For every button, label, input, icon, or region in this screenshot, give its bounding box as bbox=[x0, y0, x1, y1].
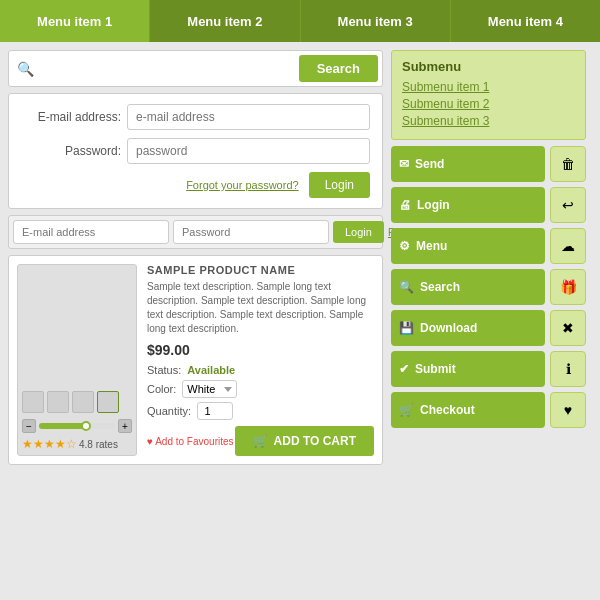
gear-icon: ⚙ bbox=[399, 239, 410, 253]
forgot-password-link[interactable]: Forgot your password? bbox=[186, 179, 299, 191]
thumb-2[interactable] bbox=[47, 391, 69, 413]
left-panel: 🔍 Search E-mail address: Password: Forgo… bbox=[8, 50, 383, 465]
email-row: E-mail address: bbox=[21, 104, 370, 130]
quantity-row: Quantity: bbox=[147, 402, 374, 420]
return-icon: ↩ bbox=[562, 197, 574, 213]
compact-login: Login Forgot your password? bbox=[8, 215, 383, 249]
nav-item-4[interactable]: Menu item 4 bbox=[451, 0, 600, 42]
checkmark-icon: ✔ bbox=[399, 362, 409, 376]
heart-icon-button[interactable]: ♥ bbox=[550, 392, 586, 428]
login-button[interactable]: Login bbox=[309, 172, 370, 198]
compact-password-input[interactable] bbox=[173, 220, 329, 244]
search-action-button[interactable]: 🔍 Search bbox=[391, 269, 545, 305]
heart-icon: ♥ bbox=[564, 402, 572, 418]
menu-button[interactable]: ⚙ Menu bbox=[391, 228, 545, 264]
download-button[interactable]: 💾 Download bbox=[391, 310, 545, 346]
color-row: Color: White Black Red bbox=[147, 380, 374, 398]
product-info: SAMPLE PRODUCT NAME Sample text descript… bbox=[147, 264, 374, 456]
slider-minus[interactable]: − bbox=[22, 419, 36, 433]
thumb-1[interactable] bbox=[22, 391, 44, 413]
password-input[interactable] bbox=[127, 138, 370, 164]
nav-item-2[interactable]: Menu item 2 bbox=[150, 0, 300, 42]
info-icon-button[interactable]: ℹ bbox=[550, 351, 586, 387]
form-actions: Forgot your password? Login bbox=[21, 172, 370, 198]
product-actions: Add to Favourites 🛒 ADD TO CART bbox=[147, 426, 374, 456]
slider-handle[interactable] bbox=[81, 421, 91, 431]
product-thumbnails bbox=[22, 391, 132, 413]
arrow-return-icon-button[interactable]: ↩ bbox=[550, 187, 586, 223]
checkout-cart-icon: 🛒 bbox=[399, 403, 414, 417]
nav-item-3[interactable]: Menu item 3 bbox=[301, 0, 451, 42]
slider-fill bbox=[39, 423, 85, 429]
quantity-label: Quantity: bbox=[147, 405, 191, 417]
product-price: $99.00 bbox=[147, 342, 374, 358]
gift-icon-button[interactable]: 🎁 bbox=[550, 269, 586, 305]
submenu-item-1[interactable]: Submenu item 1 bbox=[402, 80, 575, 94]
thumb-4[interactable] bbox=[97, 391, 119, 413]
product-description: Sample text description. Sample long tex… bbox=[147, 280, 374, 336]
cart-icon: 🛒 bbox=[253, 434, 268, 448]
thumb-3[interactable] bbox=[72, 391, 94, 413]
info-icon: ℹ bbox=[566, 361, 571, 377]
login-action-label: Login bbox=[417, 198, 450, 212]
right-panel: Submenu Submenu item 1 Submenu item 2 Su… bbox=[391, 50, 586, 465]
cloud-icon: ☁ bbox=[561, 238, 575, 254]
send-label: Send bbox=[415, 157, 444, 171]
email-label: E-mail address: bbox=[21, 110, 121, 124]
search-action-label: Search bbox=[420, 280, 460, 294]
status-row: Status: Available bbox=[147, 364, 374, 376]
checkout-label: Checkout bbox=[420, 403, 475, 417]
password-label: Password: bbox=[21, 144, 121, 158]
menu-label: Menu bbox=[416, 239, 447, 253]
status-label: Status: bbox=[147, 364, 181, 376]
submit-label: Submit bbox=[415, 362, 456, 376]
search-action-icon: 🔍 bbox=[399, 280, 414, 294]
add-to-favourites-link[interactable]: Add to Favourites bbox=[147, 436, 234, 447]
submenu-box: Submenu Submenu item 1 Submenu item 2 Su… bbox=[391, 50, 586, 140]
login-form: E-mail address: Password: Forgot your pa… bbox=[8, 93, 383, 209]
navigation-bar: Menu item 1 Menu item 2 Menu item 3 Menu… bbox=[0, 0, 600, 42]
status-value: Available bbox=[187, 364, 235, 376]
login-action-button[interactable]: 🖨 Login bbox=[391, 187, 545, 223]
close-icon: ✖ bbox=[562, 320, 574, 336]
printer-icon: 🖨 bbox=[399, 198, 411, 212]
compact-login-button[interactable]: Login bbox=[333, 221, 384, 243]
color-label: Color: bbox=[147, 383, 176, 395]
slider-plus[interactable]: + bbox=[118, 419, 132, 433]
submenu-item-2[interactable]: Submenu item 2 bbox=[402, 97, 575, 111]
rating-text: 4.8 rates bbox=[79, 439, 118, 450]
color-select[interactable]: White Black Red bbox=[182, 380, 237, 398]
trash-icon-button[interactable]: 🗑 bbox=[550, 146, 586, 182]
star-rating: ★★★★☆ bbox=[22, 437, 77, 451]
quantity-input[interactable] bbox=[197, 402, 233, 420]
submit-button[interactable]: ✔ Submit bbox=[391, 351, 545, 387]
send-icon: ✉ bbox=[399, 157, 409, 171]
product-name: SAMPLE PRODUCT NAME bbox=[147, 264, 374, 276]
add-to-cart-label: ADD TO CART bbox=[274, 434, 356, 448]
download-label: Download bbox=[420, 321, 477, 335]
password-row: Password: bbox=[21, 138, 370, 164]
gift-icon: 🎁 bbox=[560, 279, 577, 295]
trash-icon: 🗑 bbox=[561, 156, 575, 172]
product-meta: Status: Available Color: White Black Red… bbox=[147, 364, 374, 420]
search-button[interactable]: Search bbox=[299, 55, 378, 82]
slider-track[interactable] bbox=[39, 423, 115, 429]
close-icon-button[interactable]: ✖ bbox=[550, 310, 586, 346]
send-button[interactable]: ✉ Send bbox=[391, 146, 545, 182]
search-bar: 🔍 Search bbox=[8, 50, 383, 87]
add-to-cart-button[interactable]: 🛒 ADD TO CART bbox=[235, 426, 374, 456]
action-buttons-grid: ✉ Send 🗑 🖨 Login ↩ ⚙ Menu ☁ bbox=[391, 146, 586, 428]
nav-item-1[interactable]: Menu item 1 bbox=[0, 0, 150, 42]
compact-email-input[interactable] bbox=[13, 220, 169, 244]
download-icon: 💾 bbox=[399, 321, 414, 335]
main-layout: 🔍 Search E-mail address: Password: Forgo… bbox=[0, 42, 600, 473]
checkout-button[interactable]: 🛒 Checkout bbox=[391, 392, 545, 428]
cloud-icon-button[interactable]: ☁ bbox=[550, 228, 586, 264]
submenu-item-3[interactable]: Submenu item 3 bbox=[402, 114, 575, 128]
image-slider: − + bbox=[22, 419, 132, 433]
email-input[interactable] bbox=[127, 104, 370, 130]
product-image-area: − + ★★★★☆ 4.8 rates bbox=[17, 264, 137, 456]
submenu-title: Submenu bbox=[402, 59, 575, 74]
search-input[interactable] bbox=[42, 62, 295, 76]
search-icon: 🔍 bbox=[13, 61, 38, 77]
